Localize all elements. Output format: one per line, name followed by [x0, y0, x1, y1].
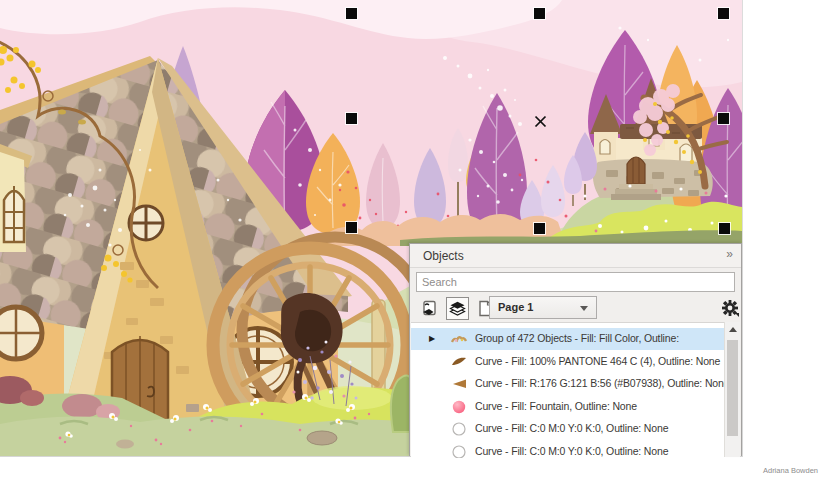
show-object-properties-icon: [421, 300, 438, 317]
selection-handle-top-middle[interactable]: [534, 8, 545, 19]
selection-handle-top-right[interactable]: [718, 8, 729, 19]
selection-handle-top-left[interactable]: [346, 8, 357, 19]
list-item-label: Group of 472 Objects - Fill: Fill Color,…: [475, 332, 725, 344]
list-item-curve[interactable]: Curve - Fill: C:0 M:0 Y:0 K:0, Outline: …: [411, 441, 726, 459]
list-item-label: Curve - Fill: R:176 G:121 B:56 (#B07938)…: [475, 377, 725, 389]
list-item-curve[interactable]: Curve - Fill: C:0 M:0 Y:0 K:0, Outline: …: [411, 418, 726, 440]
app-screenshot: Objects » Page 1: [0, 0, 826, 491]
objects-docker-panel: Objects » Page 1: [409, 243, 742, 456]
list-scrollbar[interactable]: [724, 322, 740, 457]
list-item-label: Curve - Fill: C:0 M:0 Y:0 K:0, Outline: …: [475, 445, 725, 457]
list-item-label: Curve - Fill: Fountain, Outline: None: [475, 400, 725, 412]
collapse-docker-icon[interactable]: »: [726, 247, 733, 261]
scroll-up-arrow-icon[interactable]: [729, 327, 737, 332]
list-item-curve[interactable]: Curve - Fill: 100% PANTONE 464 C (4), Ou…: [411, 351, 726, 373]
panel-title-bar: Objects »: [410, 244, 741, 268]
curve-thumbnail-triangle: [451, 376, 467, 392]
scrollbar-thumb[interactable]: [727, 340, 738, 436]
curve-thumbnail-fountain-circle: [451, 399, 467, 415]
search-input[interactable]: [416, 272, 735, 292]
list-item-curve[interactable]: Curve - Fill: Fountain, Outline: None: [411, 396, 726, 418]
layer-manager-view-button[interactable]: [446, 297, 469, 320]
list-item-label: Curve - Fill: 100% PANTONE 464 C (4), Ou…: [475, 355, 725, 367]
list-item-group[interactable]: ▶ Group of 472 Objects - Fill: Fill Colo…: [411, 328, 726, 350]
selection-handle-bottom-left[interactable]: [346, 222, 357, 233]
page-selector-dropdown[interactable]: Page 1: [489, 296, 597, 319]
options-gear-icon: [720, 298, 742, 320]
list-item-label: Curve - Fill: C:0 M:0 Y:0 K:0, Outline: …: [475, 422, 725, 434]
artist-signature: Adriana Bowden: [763, 466, 818, 475]
selection-center-x-marker[interactable]: [534, 115, 547, 128]
selection-handle-middle-right[interactable]: [718, 113, 729, 124]
options-button[interactable]: [720, 298, 742, 320]
panel-title: Objects: [423, 249, 464, 263]
page-selector-value: Page 1: [498, 301, 533, 313]
group-thumbnail: [451, 331, 467, 347]
selection-handle-bottom-right[interactable]: [719, 223, 730, 234]
selection-handle-bottom-middle[interactable]: [534, 223, 545, 234]
layer-manager-view-icon: [449, 301, 466, 316]
curve-thumbnail-swoosh: [451, 354, 467, 370]
chevron-down-icon: [580, 306, 588, 311]
expand-arrow-icon[interactable]: ▶: [429, 334, 435, 344]
curve-thumbnail-white-circle: [451, 444, 467, 459]
selection-handle-middle-left[interactable]: [346, 113, 357, 124]
objects-list: ▶ Group of 472 Objects - Fill: Fill Colo…: [411, 322, 726, 458]
list-item-curve[interactable]: Curve - Fill: R:176 G:121 B:56 (#B07938)…: [411, 373, 726, 395]
show-object-properties-button[interactable]: [418, 297, 441, 320]
curve-thumbnail-white-circle: [451, 421, 467, 437]
